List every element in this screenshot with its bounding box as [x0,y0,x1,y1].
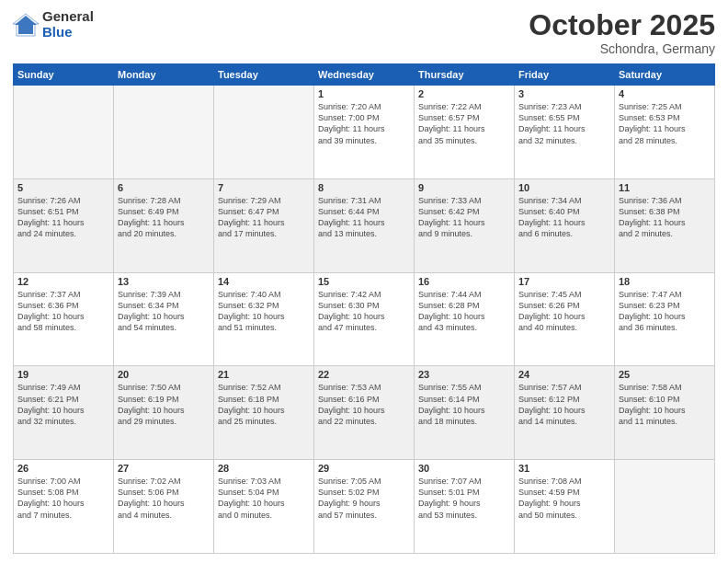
day-number: 15 [318,276,410,287]
day-info: Sunrise: 7:25 AM Sunset: 6:53 PM Dayligh… [619,101,711,146]
week-row-5: 26Sunrise: 7:00 AM Sunset: 5:08 PM Dayli… [14,460,715,554]
day-number: 22 [318,369,410,380]
day-info: Sunrise: 7:02 AM Sunset: 5:06 PM Dayligh… [118,476,210,521]
day-number: 2 [418,88,510,99]
location-subtitle: Schondra, Germany [529,41,715,56]
day-cell: 24Sunrise: 7:57 AM Sunset: 6:12 PM Dayli… [515,366,615,460]
day-cell: 28Sunrise: 7:03 AM Sunset: 5:04 PM Dayli… [214,460,314,554]
col-thursday: Thursday [415,64,515,86]
day-number: 11 [619,182,711,193]
day-info: Sunrise: 7:33 AM Sunset: 6:42 PM Dayligh… [418,195,510,240]
logo: General Blue [13,9,94,40]
col-monday: Monday [114,64,214,86]
day-info: Sunrise: 7:00 AM Sunset: 5:08 PM Dayligh… [17,476,109,521]
day-cell: 15Sunrise: 7:42 AM Sunset: 6:30 PM Dayli… [314,272,415,366]
day-number: 18 [619,276,711,287]
day-number: 20 [118,369,210,380]
logo-blue: Blue [42,25,94,40]
day-cell: 2Sunrise: 7:22 AM Sunset: 6:57 PM Daylig… [415,86,515,179]
day-cell: 17Sunrise: 7:45 AM Sunset: 6:26 PM Dayli… [515,272,615,366]
day-number: 29 [318,463,410,474]
day-cell: 13Sunrise: 7:39 AM Sunset: 6:34 PM Dayli… [114,272,214,366]
day-cell: 22Sunrise: 7:53 AM Sunset: 6:16 PM Dayli… [314,366,415,460]
day-info: Sunrise: 7:29 AM Sunset: 6:47 PM Dayligh… [218,195,310,240]
day-cell: 25Sunrise: 7:58 AM Sunset: 6:10 PM Dayli… [615,366,715,460]
day-cell: 23Sunrise: 7:55 AM Sunset: 6:14 PM Dayli… [415,366,515,460]
day-cell: 14Sunrise: 7:40 AM Sunset: 6:32 PM Dayli… [214,272,314,366]
day-cell: 30Sunrise: 7:07 AM Sunset: 5:01 PM Dayli… [415,460,515,554]
day-cell: 5Sunrise: 7:26 AM Sunset: 6:51 PM Daylig… [14,178,114,272]
week-row-1: 1Sunrise: 7:20 AM Sunset: 7:00 PM Daylig… [14,86,715,179]
day-cell: 21Sunrise: 7:52 AM Sunset: 6:18 PM Dayli… [214,366,314,460]
day-info: Sunrise: 7:45 AM Sunset: 6:26 PM Dayligh… [518,289,610,334]
month-title: October 2025 [529,9,715,41]
week-row-2: 5Sunrise: 7:26 AM Sunset: 6:51 PM Daylig… [14,178,715,272]
day-cell: 1Sunrise: 7:20 AM Sunset: 7:00 PM Daylig… [314,86,415,179]
title-block: October 2025 Schondra, Germany [529,9,715,56]
weekday-header-row: Sunday Monday Tuesday Wednesday Thursday… [14,64,715,86]
day-number: 31 [518,463,610,474]
day-info: Sunrise: 7:05 AM Sunset: 5:02 PM Dayligh… [318,476,410,521]
day-number: 3 [518,88,610,99]
day-info: Sunrise: 7:42 AM Sunset: 6:30 PM Dayligh… [318,289,410,334]
day-info: Sunrise: 7:31 AM Sunset: 6:44 PM Dayligh… [318,195,410,240]
week-row-3: 12Sunrise: 7:37 AM Sunset: 6:36 PM Dayli… [14,272,715,366]
day-info: Sunrise: 7:49 AM Sunset: 6:21 PM Dayligh… [17,382,109,427]
col-wednesday: Wednesday [314,64,415,86]
day-cell: 18Sunrise: 7:47 AM Sunset: 6:23 PM Dayli… [615,272,715,366]
day-number: 12 [17,276,109,287]
day-info: Sunrise: 7:03 AM Sunset: 5:04 PM Dayligh… [218,476,310,521]
svg-marker-0 [15,16,37,34]
day-number: 6 [118,182,210,193]
day-number: 23 [418,369,510,380]
logo-text: General Blue [42,9,94,40]
day-cell [14,86,114,179]
day-number: 4 [619,88,711,99]
day-number: 28 [218,463,310,474]
day-info: Sunrise: 7:58 AM Sunset: 6:10 PM Dayligh… [619,382,711,427]
day-number: 25 [619,369,711,380]
day-number: 7 [218,182,310,193]
col-saturday: Saturday [615,64,715,86]
day-info: Sunrise: 7:53 AM Sunset: 6:16 PM Dayligh… [318,382,410,427]
day-number: 26 [17,463,109,474]
day-cell: 11Sunrise: 7:36 AM Sunset: 6:38 PM Dayli… [615,178,715,272]
calendar-body: 1Sunrise: 7:20 AM Sunset: 7:00 PM Daylig… [14,86,715,554]
logo-general: General [42,9,94,25]
day-info: Sunrise: 7:50 AM Sunset: 6:19 PM Dayligh… [118,382,210,427]
header: General Blue October 2025 Schondra, Germ… [13,9,715,56]
day-number: 27 [118,463,210,474]
day-info: Sunrise: 7:07 AM Sunset: 5:01 PM Dayligh… [418,476,510,521]
col-friday: Friday [515,64,615,86]
day-cell: 27Sunrise: 7:02 AM Sunset: 5:06 PM Dayli… [114,460,214,554]
day-info: Sunrise: 7:39 AM Sunset: 6:34 PM Dayligh… [118,289,210,334]
day-info: Sunrise: 7:37 AM Sunset: 6:36 PM Dayligh… [17,289,109,334]
day-info: Sunrise: 7:28 AM Sunset: 6:49 PM Dayligh… [118,195,210,240]
day-info: Sunrise: 7:57 AM Sunset: 6:12 PM Dayligh… [518,382,610,427]
day-info: Sunrise: 7:36 AM Sunset: 6:38 PM Dayligh… [619,195,711,240]
day-info: Sunrise: 7:55 AM Sunset: 6:14 PM Dayligh… [418,382,510,427]
day-number: 17 [518,276,610,287]
day-number: 5 [17,182,109,193]
day-number: 10 [518,182,610,193]
day-cell: 29Sunrise: 7:05 AM Sunset: 5:02 PM Dayli… [314,460,415,554]
day-cell: 31Sunrise: 7:08 AM Sunset: 4:59 PM Dayli… [515,460,615,554]
day-cell: 9Sunrise: 7:33 AM Sunset: 6:42 PM Daylig… [415,178,515,272]
day-info: Sunrise: 7:08 AM Sunset: 4:59 PM Dayligh… [518,476,610,521]
day-info: Sunrise: 7:23 AM Sunset: 6:55 PM Dayligh… [518,101,610,146]
day-cell: 6Sunrise: 7:28 AM Sunset: 6:49 PM Daylig… [114,178,214,272]
day-cell: 7Sunrise: 7:29 AM Sunset: 6:47 PM Daylig… [214,178,314,272]
week-row-4: 19Sunrise: 7:49 AM Sunset: 6:21 PM Dayli… [14,366,715,460]
day-number: 8 [318,182,410,193]
day-cell: 19Sunrise: 7:49 AM Sunset: 6:21 PM Dayli… [14,366,114,460]
day-number: 30 [418,463,510,474]
day-cell [214,86,314,179]
day-number: 1 [318,88,410,99]
day-info: Sunrise: 7:44 AM Sunset: 6:28 PM Dayligh… [418,289,510,334]
day-number: 16 [418,276,510,287]
calendar-page: General Blue October 2025 Schondra, Germ… [0,0,728,563]
day-number: 9 [418,182,510,193]
day-cell: 3Sunrise: 7:23 AM Sunset: 6:55 PM Daylig… [515,86,615,179]
calendar-table: Sunday Monday Tuesday Wednesday Thursday… [13,63,715,554]
day-number: 13 [118,276,210,287]
